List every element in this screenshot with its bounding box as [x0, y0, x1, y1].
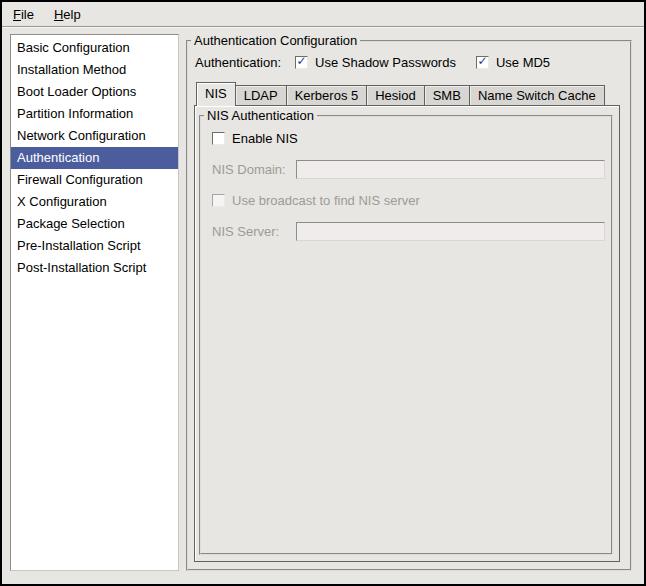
sidebar-item-firewall-configuration[interactable]: Firewall Configuration [11, 169, 178, 191]
nis-tab-page: NIS Authentication Enable NIS NIS Domain… [194, 105, 620, 562]
enable-nis-label: Enable NIS [232, 131, 298, 146]
menu-bar: File Help [2, 2, 644, 27]
sidebar-item-boot-loader-options[interactable]: Boot Loader Options [11, 81, 178, 103]
nis-server-label: NIS Server: [212, 224, 296, 239]
checkbox-checked-icon: ✓ [295, 56, 308, 69]
tab-kerberos5[interactable]: Kerberos 5 [286, 85, 368, 105]
sidebar-item-x-configuration[interactable]: X Configuration [11, 191, 178, 213]
tab-ldap[interactable]: LDAP [235, 85, 287, 105]
enable-nis-row: Enable NIS [212, 131, 607, 146]
sidebar-item-partition-information[interactable]: Partition Information [11, 103, 178, 125]
section-list: Basic Configuration Installation Method … [10, 34, 179, 571]
use-md5-label: Use MD5 [496, 55, 550, 70]
sidebar-item-package-selection[interactable]: Package Selection [11, 213, 178, 235]
use-shadow-passwords-label: Use Shadow Passwords [315, 55, 456, 70]
checkbox-checked-icon: ✓ [476, 56, 489, 69]
tab-bar: NIS LDAP Kerberos 5 Hesiod SMB Name Swit… [194, 82, 620, 105]
use-md5-checkbox[interactable]: ✓ Use MD5 [476, 55, 550, 70]
nis-domain-input [296, 160, 605, 179]
tab-hesiod[interactable]: Hesiod [366, 85, 424, 105]
window-content: Basic Configuration Installation Method … [2, 27, 644, 584]
broadcast-row: Use broadcast to find NIS server [212, 193, 607, 208]
nis-server-input [296, 222, 605, 241]
use-broadcast-checkbox: Use broadcast to find NIS server [212, 193, 420, 208]
auth-notebook: NIS LDAP Kerberos 5 Hesiod SMB Name Swit… [194, 82, 620, 562]
sidebar-item-post-installation-script[interactable]: Post-Installation Script [11, 257, 178, 279]
tab-smb[interactable]: SMB [424, 85, 470, 105]
use-broadcast-label: Use broadcast to find NIS server [232, 193, 420, 208]
tab-name-switch-cache[interactable]: Name Switch Cache [469, 85, 605, 105]
kickstart-configurator-window: File Help Basic Configuration Installati… [0, 0, 646, 586]
sidebar-item-authentication[interactable]: Authentication [11, 147, 178, 169]
nis-domain-label: NIS Domain: [212, 162, 296, 177]
nis-domain-row: NIS Domain: [212, 160, 607, 179]
sidebar-item-installation-method[interactable]: Installation Method [11, 59, 178, 81]
use-shadow-passwords-checkbox[interactable]: ✓ Use Shadow Passwords [295, 55, 456, 70]
menu-help[interactable]: Help [49, 5, 86, 24]
checkbox-unchecked-icon [212, 132, 225, 145]
authentication-configuration-frame: Authentication Configuration Authenticat… [186, 40, 632, 571]
sidebar-item-basic-configuration[interactable]: Basic Configuration [11, 37, 178, 59]
sidebar-item-pre-installation-script[interactable]: Pre-Installation Script [11, 235, 178, 257]
sidebar-item-network-configuration[interactable]: Network Configuration [11, 125, 178, 147]
frame-title: Authentication Configuration [191, 33, 360, 49]
menu-file[interactable]: File [8, 5, 39, 24]
checkbox-unchecked-icon [212, 194, 225, 207]
nis-frame-title: NIS Authentication [204, 108, 317, 124]
authentication-options-row: Authentication: ✓ Use Shadow Passwords ✓… [195, 55, 623, 70]
enable-nis-checkbox[interactable]: Enable NIS [212, 131, 298, 146]
tab-nis[interactable]: NIS [196, 82, 236, 106]
authentication-label: Authentication: [195, 55, 281, 70]
nis-server-row: NIS Server: [212, 222, 607, 241]
nis-authentication-frame: NIS Authentication Enable NIS NIS Domain… [199, 115, 613, 555]
